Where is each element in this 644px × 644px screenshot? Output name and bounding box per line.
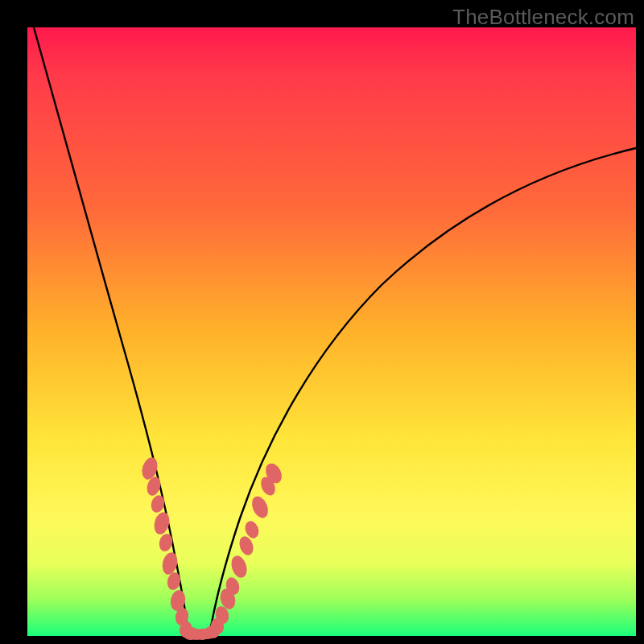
chart-stage: TheBottleneck.com: [0, 0, 644, 644]
marker-dot: [152, 510, 172, 536]
marker-dot: [249, 494, 271, 521]
plot-area: [27, 27, 636, 636]
chart-svg: [27, 27, 636, 636]
curve-right-branch: [209, 148, 636, 636]
watermark-text: TheBottleneck.com: [452, 5, 634, 30]
marker-dot: [160, 551, 180, 576]
marker-dot: [229, 554, 250, 580]
markers-group: [139, 456, 284, 640]
marker-dot: [149, 493, 166, 514]
